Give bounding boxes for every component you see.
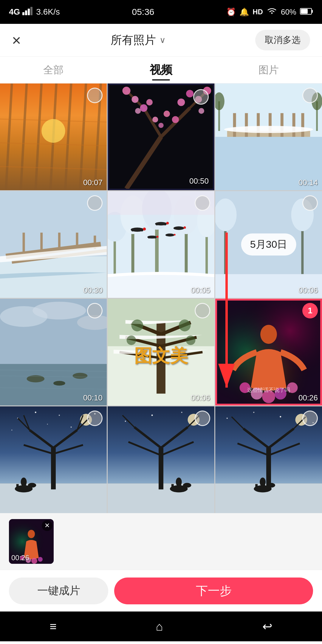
svg-point-180 [176,478,182,487]
svg-point-184 [280,416,281,417]
status-time: 05:36 [132,7,154,17]
media-cell-9[interactable]: 1 00:26 这些情话不说了吗 [215,299,322,405]
tab-video-label: 视频 [150,64,172,76]
select-circle-12[interactable] [302,411,318,426]
svg-point-30 [164,111,170,117]
tab-image[interactable]: 图片 [250,60,288,80]
duration-badge-4: 00:30 [83,286,103,295]
select-circle-2[interactable] [193,89,209,105]
alarm-icon: ⏰ [226,7,236,17]
svg-point-199 [260,478,266,487]
svg-rect-0 [22,12,24,15]
cancel-multiselect-button[interactable]: 取消多选 [255,30,310,50]
duration-badge-8: 00:06 [191,393,210,402]
media-cell-7[interactable]: 00:10 [0,299,107,405]
date-badge-may30: 5月30日 [241,233,296,256]
select-circle-4[interactable] [87,195,103,211]
svg-point-182 [227,418,228,419]
svg-point-163 [125,421,126,422]
svg-point-31 [172,116,179,123]
svg-point-94 [174,234,176,236]
home-button[interactable]: ⌂ [156,620,163,633]
svg-point-142 [11,430,12,431]
media-cell-11[interactable] [108,406,214,513]
selection-badge-9[interactable]: 1 [302,303,318,318]
next-step-button[interactable]: 下一步 [114,578,313,604]
svg-point-183 [253,412,254,413]
media-cell-12[interactable] [215,406,322,513]
select-circle-3[interactable] [302,88,318,103]
album-title[interactable]: 所有照片 ∨ [111,32,166,48]
media-grid: 00:07 [0,83,322,513]
select-circle-10[interactable] [87,411,103,426]
svg-point-198 [267,483,275,488]
media-cell-1[interactable]: 00:07 [0,83,107,190]
svg-line-11 [65,83,71,190]
subtitle-9: 这些情话不说了吗 [215,386,322,394]
duration-badge-3: 00:14 [298,178,318,187]
select-circle-11[interactable] [195,411,210,426]
svg-line-7 [6,83,12,190]
svg-line-8 [21,83,27,190]
select-circle-6[interactable] [302,195,318,211]
media-cell-6[interactable]: 5月30日 00:06 [215,191,322,298]
svg-point-82 [166,222,169,225]
svg-point-35 [199,108,204,114]
media-cell-3[interactable]: 00:14 [215,83,322,190]
svg-rect-42 [245,113,248,137]
svg-point-138 [35,411,36,413]
filter-tabs: 全部 视频 图片 [0,57,322,83]
svg-point-204 [28,530,35,538]
svg-rect-1 [25,10,27,15]
duration-badge-2: 00:50 [189,177,209,186]
bottom-action-bar: 一键成片 下一步 [0,570,322,612]
svg-rect-44 [269,113,272,137]
svg-point-208 [38,557,43,562]
media-cell-10[interactable] [0,406,107,513]
svg-rect-3 [30,7,32,15]
preview-duration-1: 00:26 [11,554,29,562]
preview-thumb-1[interactable]: ✕ 00:26 [9,519,54,564]
svg-point-144 [71,427,72,428]
svg-line-9 [35,83,41,190]
svg-rect-2 [28,9,30,15]
media-cell-5[interactable]: 00:05 [108,191,214,298]
svg-point-29 [140,104,147,112]
tab-all[interactable]: 全部 [34,60,72,80]
preview-close-button[interactable]: ✕ [42,520,52,531]
auto-create-button[interactable]: 一键成片 [9,578,108,604]
media-cell-2[interactable]: 00:50 [108,83,214,190]
auto-create-label: 一键成片 [37,583,80,598]
wifi-icon [267,7,277,17]
svg-rect-41 [233,113,236,137]
chevron-down-icon: ∨ [160,35,166,45]
svg-line-16 [0,166,107,169]
next-step-label: 下一步 [196,583,232,599]
svg-point-104 [32,302,86,320]
select-circle-1[interactable] [87,88,103,103]
select-circle-5[interactable] [195,195,210,211]
duration-badge-6: 00:06 [298,286,318,295]
tab-image-label: 图片 [258,64,279,75]
svg-point-86 [184,226,186,229]
select-circle-8[interactable] [195,303,210,318]
menu-button[interactable]: ≡ [49,620,56,633]
close-button[interactable]: × [12,31,21,49]
svg-point-27 [122,87,130,95]
svg-point-124 [127,335,136,345]
hd-badge: HD [253,8,263,16]
svg-point-78 [143,227,146,230]
media-cell-8[interactable]: 图文美 00:06 [108,299,214,405]
svg-point-122 [131,320,143,332]
media-cell-4[interactable]: 00:30 [0,191,107,298]
svg-rect-177 [171,484,174,490]
svg-point-36 [135,108,141,114]
svg-rect-46 [292,113,295,137]
back-button[interactable]: ↩ [262,620,273,633]
select-circle-7[interactable] [87,303,103,318]
svg-point-123 [179,320,191,332]
svg-rect-43 [257,113,260,137]
tab-video[interactable]: 视频 [141,59,181,80]
status-bar: 4G 3.6K/s 05:36 ⏰ 🔔 HD 60% [0,0,322,24]
top-nav: × 所有照片 ∨ 一键成片 取消多选 [0,24,322,57]
